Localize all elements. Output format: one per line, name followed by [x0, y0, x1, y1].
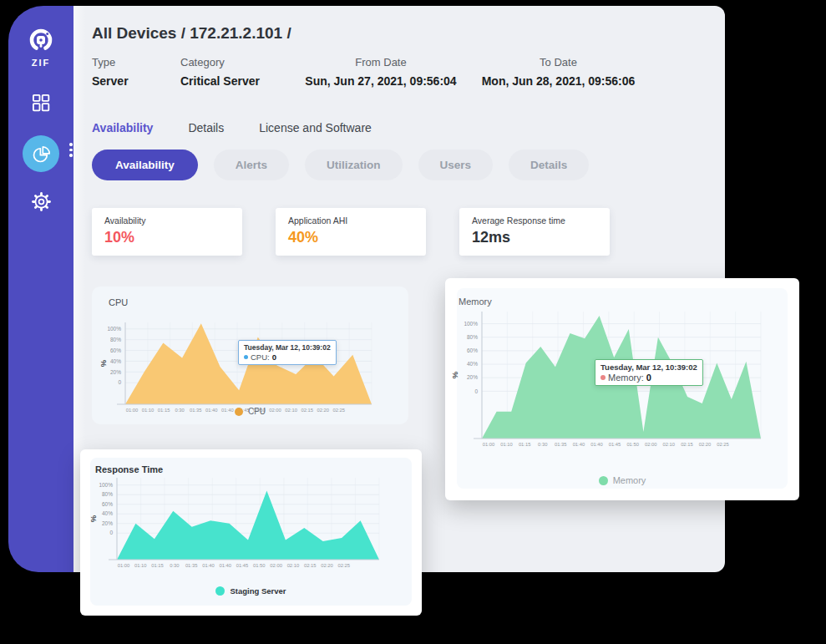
- tab-license-and-software[interactable]: License and Software: [259, 121, 372, 134]
- svg-text:02:20: 02:20: [699, 442, 712, 447]
- legend-label: CPU: [248, 407, 266, 416]
- svg-text:40%: 40%: [102, 510, 113, 516]
- svg-text:02:20: 02:20: [321, 563, 333, 568]
- svg-text:80%: 80%: [110, 337, 121, 342]
- tooltip-series-label: CPU:: [251, 352, 270, 362]
- svg-text:0:30: 0:30: [170, 563, 179, 568]
- cpu-chart-panel: CPU 100%80%60%40%20%001:0001:1001:150:30…: [92, 287, 408, 424]
- tab-availability[interactable]: Availability: [92, 121, 153, 134]
- svg-text:01:15: 01:15: [519, 442, 531, 447]
- svg-text:80%: 80%: [467, 334, 478, 340]
- metric-label: Average Response time: [472, 216, 610, 226]
- response-time-legend: Staging Server: [80, 586, 422, 596]
- svg-text:01:00: 01:00: [118, 563, 130, 568]
- tooltip-series-dot: [244, 355, 248, 359]
- svg-text:100%: 100%: [464, 321, 478, 327]
- svg-text:20%: 20%: [110, 369, 121, 375]
- svg-text:02:25: 02:25: [338, 563, 351, 568]
- svg-text:01:50: 01:50: [626, 442, 639, 447]
- page-background: ZIF: [0, 0, 826, 644]
- pill-alerts[interactable]: Alerts: [214, 150, 289, 180]
- legend-dot: [235, 408, 243, 416]
- svg-text:60%: 60%: [110, 347, 121, 353]
- metric-cards: Availability 10% Application AHI 40% Ave…: [92, 208, 610, 256]
- svg-text:01:40: 01:40: [202, 563, 215, 568]
- svg-text:0: 0: [474, 388, 478, 394]
- svg-text:01:00: 01:00: [483, 442, 495, 447]
- memory-tooltip: Tuesday, Mar 12, 10:39:02 Memory: 0: [595, 359, 703, 386]
- metric-value: 10%: [104, 229, 242, 246]
- metric-card-application-ahi: Application AHI 40%: [276, 208, 426, 256]
- tooltip-date: Tuesday, Mar 12, 10:39:02: [600, 363, 697, 372]
- pill-users[interactable]: Users: [418, 150, 494, 180]
- cpu-chart[interactable]: 100%80%60%40%20%001:0001:1001:150:3001:3…: [95, 314, 383, 421]
- svg-text:01:45: 01:45: [236, 563, 249, 568]
- tooltip-series-value: 0: [646, 373, 651, 383]
- cpu-legend: CPU: [92, 407, 408, 416]
- memory-chart-card: Memory 100%80%60%40%20%001:0001:1001:150…: [445, 278, 799, 500]
- svg-text:01:35: 01:35: [555, 442, 567, 447]
- zif-logo: ZIF: [26, 26, 56, 68]
- field-type-value: Server: [92, 74, 180, 88]
- gear-icon: [30, 190, 53, 213]
- legend-dot: [599, 476, 608, 485]
- field-to-date-value: Mon, Jun 28, 2021, 09:56:06: [481, 74, 636, 88]
- sidebar-item-analytics: [23, 135, 59, 172]
- svg-text:%: %: [99, 359, 108, 367]
- svg-text:0:30: 0:30: [538, 442, 547, 447]
- svg-text:02:15: 02:15: [304, 563, 317, 568]
- legend-label: Memory: [613, 475, 646, 485]
- svg-text:80%: 80%: [102, 491, 113, 497]
- svg-text:02:10: 02:10: [663, 442, 676, 447]
- svg-text:0: 0: [109, 530, 113, 535]
- metric-label: Application AHI: [288, 216, 426, 226]
- tooltip-series-value: 0: [272, 352, 276, 362]
- device-info-fields: Type Server Category Critical Server Fro…: [92, 56, 636, 88]
- svg-text:01:40: 01:40: [573, 442, 585, 447]
- svg-text:%: %: [89, 515, 98, 522]
- svg-text:20%: 20%: [102, 520, 113, 526]
- field-from-date-label: From Date: [281, 56, 481, 68]
- svg-text:60%: 60%: [467, 347, 478, 353]
- svg-text:%: %: [450, 371, 459, 378]
- field-from-date-value: Sun, Jun 27, 2021, 09:56:04: [281, 74, 481, 88]
- field-to-date: To Date Mon, Jun 28, 2021, 09:56:06: [481, 56, 636, 88]
- svg-text:01:50: 01:50: [253, 563, 266, 568]
- section-tabs: Availability Details License and Softwar…: [92, 121, 372, 134]
- svg-text:01:40: 01:40: [590, 442, 603, 447]
- svg-text:01:10: 01:10: [134, 563, 147, 568]
- pill-utilization[interactable]: Utilization: [305, 150, 403, 180]
- tooltip-date: Tuesday, Mar 12, 10:39:02: [244, 343, 331, 352]
- field-to-date-label: To Date: [481, 56, 636, 68]
- metric-card-average-response-time: Average Response time 12ms: [459, 208, 610, 256]
- svg-text:100%: 100%: [99, 482, 113, 488]
- cpu-chart-title: CPU: [109, 297, 128, 307]
- field-type: Type Server: [92, 56, 180, 88]
- svg-text:0: 0: [118, 379, 121, 385]
- svg-text:02:25: 02:25: [717, 442, 729, 447]
- legend-label: Staging Server: [230, 586, 286, 596]
- pill-availability[interactable]: Availability: [92, 150, 198, 180]
- sidebar-item-settings[interactable]: [30, 190, 53, 213]
- sidebar: ZIF: [8, 6, 73, 572]
- tab-details[interactable]: Details: [188, 121, 224, 134]
- pill-details[interactable]: Details: [509, 150, 589, 180]
- sidebar-item-dashboard[interactable]: [30, 91, 53, 114]
- svg-text:01:15: 01:15: [151, 563, 164, 568]
- analytics-active-button[interactable]: [23, 135, 59, 172]
- svg-text:01:40: 01:40: [219, 563, 231, 568]
- response-time-chart[interactable]: 100%80%60%40%20%001:0001:1001:150:3001:3…: [85, 471, 393, 576]
- field-category: Category Critical Server: [180, 56, 281, 88]
- svg-text:01:45: 01:45: [609, 442, 621, 447]
- kebab-menu-icon[interactable]: [69, 143, 73, 157]
- svg-text:02:15: 02:15: [681, 442, 693, 447]
- zif-logo-text: ZIF: [32, 58, 51, 68]
- field-category-label: Category: [180, 56, 281, 68]
- svg-text:100%: 100%: [107, 326, 121, 332]
- svg-text:02:00: 02:00: [645, 442, 657, 447]
- metric-value: 12ms: [472, 229, 610, 246]
- filter-pills: Availability Alerts Utilization Users De…: [92, 150, 589, 180]
- svg-text:40%: 40%: [467, 361, 478, 367]
- svg-text:02:10: 02:10: [287, 563, 300, 568]
- svg-text:60%: 60%: [102, 501, 113, 507]
